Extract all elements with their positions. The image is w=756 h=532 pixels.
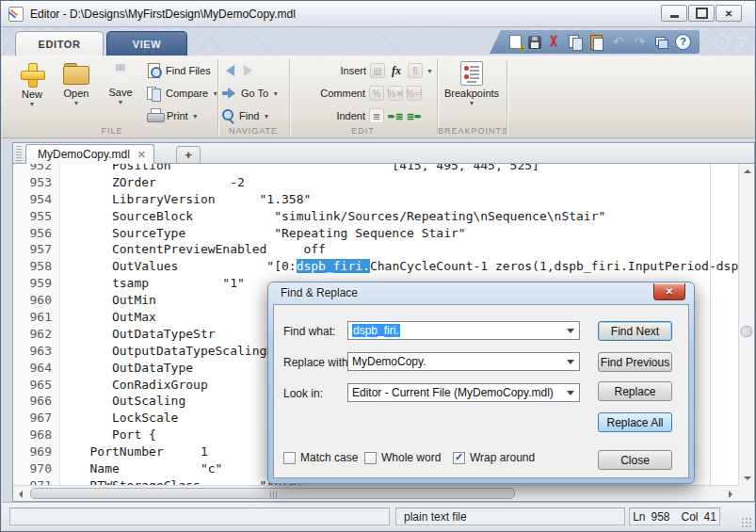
minimize-toolstrip-icon[interactable]: ▲ [737, 37, 747, 47]
help-icon[interactable]: ? [675, 34, 691, 50]
insert-fi-icon[interactable]: fi [408, 63, 423, 78]
find-button[interactable]: Find ▼ [222, 106, 269, 125]
new-dropdown-caret[interactable]: ▼ [11, 101, 53, 107]
new-script-icon[interactable] [509, 35, 522, 49]
line-number: 961 [13, 310, 52, 327]
code-line[interactable]: ContentPreviewEnabled off [68, 242, 738, 259]
resize-grip[interactable] [742, 518, 751, 527]
line-number: 955 [13, 209, 52, 226]
section-file: New ▼ Open ▼ Save ▼ Find Files Compare ▼ [8, 56, 217, 137]
dialog-title: Find & Replace [281, 286, 358, 299]
dialog-close-button[interactable]: ✕ [653, 283, 685, 300]
document-tab-active[interactable]: MyDemoCopy.mdl ✕ [25, 144, 154, 164]
save-button[interactable]: Save ▼ [100, 59, 141, 127]
scroll-down-icon[interactable] [739, 471, 754, 485]
line-number: 958 [13, 259, 52, 276]
match-case-checkbox[interactable]: Match case [283, 451, 358, 464]
minimize-button[interactable] [661, 5, 687, 22]
horizontal-scrollbar[interactable] [13, 485, 738, 501]
find-dropdown-caret[interactable]: ▼ [263, 113, 269, 120]
line-number: 964 [13, 361, 52, 378]
copy-icon[interactable] [567, 34, 583, 50]
close-dialog-button[interactable]: Close [598, 450, 672, 470]
indent-right-icon[interactable]: ➨≣ [388, 108, 403, 123]
breakpoints-button[interactable]: Breakpoints ▼ [444, 59, 499, 127]
code-line[interactable]: LibraryVersion "1.358" [68, 192, 738, 209]
replace-with-combobox[interactable]: MyDemoCopy. [347, 352, 580, 371]
breakpoints-dropdown-caret[interactable]: ▼ [444, 100, 499, 106]
replace-with-label: Replace with: [283, 356, 351, 369]
dialog-body: Find what: dspb_firi. Find Next Replace … [273, 304, 689, 478]
indent-left-icon[interactable]: ≣➨ [407, 108, 422, 123]
forward-arrow-icon[interactable] [244, 65, 252, 76]
match-case-box-icon[interactable] [283, 452, 296, 464]
open-dropdown-caret[interactable]: ▼ [56, 100, 97, 106]
dock-grip[interactable] [16, 146, 22, 161]
insert-section-icon[interactable]: ▤ [370, 63, 385, 78]
code-line[interactable]: SourceType "Repeating Sequence Stair" [68, 226, 738, 243]
wrap-around-box-icon[interactable] [453, 452, 465, 464]
back-arrow-icon[interactable] [226, 65, 234, 76]
print-button[interactable]: Print ▼ [147, 106, 199, 125]
find-previous-button[interactable]: Find Previous [598, 352, 672, 372]
print-dropdown-caret[interactable]: ▼ [192, 113, 199, 120]
status-empty-panel [9, 508, 390, 525]
compare-button[interactable]: Compare ▼ [147, 84, 218, 103]
new-document-tab[interactable]: + [176, 146, 201, 164]
wrap-comments-icon[interactable]: %⏎ [407, 86, 422, 101]
save-floppy-icon [109, 62, 132, 85]
vertical-scroll-thumb[interactable] [741, 326, 752, 337]
insert-dropdown-caret[interactable]: ▼ [426, 68, 433, 74]
tab-editor[interactable]: EDITOR [15, 31, 104, 56]
scroll-left-icon[interactable] [13, 486, 28, 501]
scroll-right-icon[interactable] [723, 486, 738, 501]
vertical-scrollbar[interactable] [738, 164, 754, 485]
smart-indent-icon[interactable]: ≣ [369, 108, 384, 123]
find-what-dropdown-icon[interactable] [562, 322, 579, 339]
undo-icon[interactable]: ↶ [610, 34, 626, 50]
quick-access-menu-icon[interactable]: ▼ [715, 35, 730, 50]
redo-icon[interactable]: ↷ [632, 34, 648, 50]
maximize-button[interactable] [688, 5, 715, 22]
uncomment-icon[interactable]: %✕ [388, 86, 403, 101]
horizontal-scroll-thumb[interactable] [30, 488, 515, 499]
look-in-dropdown-icon[interactable] [562, 384, 579, 401]
whole-word-box-icon[interactable] [364, 452, 377, 464]
tab-view[interactable]: VIEW [106, 31, 187, 56]
replace-with-dropdown-icon[interactable] [562, 353, 579, 370]
find-files-button[interactable]: Find Files [147, 61, 211, 80]
save-icon[interactable] [528, 36, 541, 49]
wrap-around-checkbox[interactable]: Wrap around [453, 451, 535, 464]
new-button[interactable]: New ▼ [11, 59, 53, 127]
ln-label: Ln [633, 510, 645, 524]
open-folder-icon [63, 63, 89, 86]
document-tab-bar: MyDemoCopy.mdl ✕ + [13, 143, 754, 164]
quick-access-toolbar: ↶ ↷ ? [490, 30, 700, 54]
window-title: Editor - D:\Designs\MyFirstDesign\MyDemo… [30, 8, 296, 21]
go-to-dropdown-caret[interactable]: ▼ [272, 90, 279, 97]
look-in-combobox[interactable]: Editor - Current File (MyDemoCopy.mdl) [347, 383, 580, 402]
find-what-value: dspb_firi. [352, 324, 400, 337]
open-button[interactable]: Open ▼ [56, 59, 97, 127]
windows-layout-icon[interactable] [653, 34, 669, 50]
close-button[interactable]: ✕ [716, 5, 742, 22]
code-line[interactable]: ZOrder -2 [68, 175, 738, 192]
tab-close-icon[interactable]: ✕ [137, 149, 146, 161]
code-line[interactable]: OutValues "[0:dspb_firi.ChanCycleCount-1… [68, 259, 738, 276]
paste-icon[interactable] [588, 34, 604, 50]
insert-function-icon[interactable]: fx [389, 63, 404, 78]
find-next-button[interactable]: Find Next [598, 321, 672, 341]
code-line[interactable]: Position [415, 495, 445, 525] [68, 164, 738, 175]
comment-icon[interactable]: % [369, 86, 384, 101]
replace-button[interactable]: Replace [598, 381, 672, 401]
code-line[interactable]: SourceBlock "simulink/Sources/Repeating\… [68, 209, 738, 226]
go-to-button[interactable]: Go To ▼ [222, 84, 279, 103]
status-file-type: plain text file [395, 508, 625, 525]
find-what-combobox[interactable]: dspb_firi. [347, 321, 580, 340]
cut-icon[interactable] [545, 34, 561, 50]
scroll-up-icon[interactable] [739, 164, 754, 178]
whole-word-checkbox[interactable]: Whole word [364, 451, 441, 464]
replace-all-button[interactable]: Replace All [598, 412, 672, 432]
save-dropdown-caret[interactable]: ▼ [100, 99, 141, 105]
look-in-value: Editor - Current File (MyDemoCopy.mdl) [352, 386, 554, 399]
